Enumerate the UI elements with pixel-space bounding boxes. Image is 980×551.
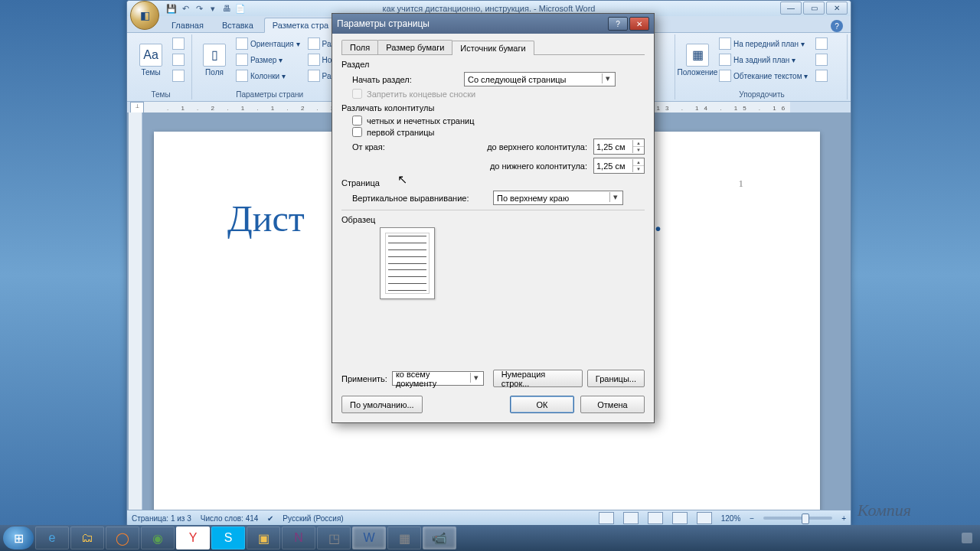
size-button[interactable]: Размер ▾ bbox=[234, 52, 302, 67]
suppress-endnotes-checkbox: Запретить концевые сноски bbox=[352, 89, 645, 99]
theme-fonts-icon[interactable] bbox=[170, 52, 187, 67]
spin-down-icon[interactable]: ▼ bbox=[633, 166, 644, 172]
task-camera-icon[interactable]: 📹 bbox=[423, 527, 456, 549]
tab-home[interactable]: Главная bbox=[164, 18, 211, 32]
tray-icon[interactable] bbox=[962, 533, 972, 543]
watermark: Компия bbox=[858, 500, 911, 520]
help-icon[interactable]: ? bbox=[831, 20, 843, 32]
status-language[interactable]: Русский (Россия) bbox=[283, 514, 343, 523]
preview-thumbnail bbox=[380, 227, 435, 299]
page-setup-dialog: Параметры страницы ? ✕ Поля Размер бумаг… bbox=[332, 13, 655, 423]
borders-button[interactable]: Границы... bbox=[587, 370, 645, 387]
task-app4-icon[interactable]: ▦ bbox=[387, 527, 421, 549]
dialog-help-button[interactable]: ? bbox=[608, 17, 628, 31]
preview-label: Образец bbox=[341, 215, 645, 224]
status-words[interactable]: Число слов: 414 bbox=[201, 514, 259, 523]
send-back-button[interactable]: На задний план ▾ bbox=[717, 52, 810, 67]
quick-access-toolbar: 💾 ↶ ↷ ▾ 🖶 📄 bbox=[165, 2, 247, 15]
text-wrap-button[interactable]: Обтекание текстом ▾ bbox=[717, 68, 810, 83]
themes-button[interactable]: AaТемы bbox=[135, 36, 167, 83]
view-web-icon[interactable] bbox=[648, 512, 663, 524]
undo-icon[interactable]: ↶ bbox=[179, 2, 191, 15]
view-reading-icon[interactable] bbox=[623, 512, 639, 524]
system-tray[interactable] bbox=[962, 533, 977, 543]
task-onenote-icon[interactable]: N bbox=[282, 527, 315, 549]
align-icon[interactable] bbox=[813, 36, 830, 51]
spin-up-icon[interactable]: ▲ bbox=[633, 140, 644, 147]
header-distance-spinner[interactable]: ▲▼ bbox=[593, 139, 645, 155]
position-button[interactable]: ▦Положение bbox=[681, 36, 714, 83]
task-word-icon[interactable]: W bbox=[352, 527, 386, 549]
tab-page-layout[interactable]: Разметка стра bbox=[264, 18, 337, 33]
tab-fields[interactable]: Поля bbox=[341, 40, 378, 54]
footer-distance-input[interactable] bbox=[594, 159, 632, 172]
vertical-ruler[interactable] bbox=[129, 112, 142, 510]
apply-to-select[interactable]: ко всему документу bbox=[392, 371, 484, 386]
qat-icon[interactable]: ▾ bbox=[207, 2, 219, 15]
task-app2-icon[interactable]: ▣ bbox=[247, 527, 280, 549]
doc-heading-left: Дист bbox=[227, 198, 305, 239]
tab-paper-size[interactable]: Размер бумаги bbox=[377, 40, 452, 54]
columns-button[interactable]: Колонки ▾ bbox=[234, 68, 302, 83]
tab-insert[interactable]: Вставка bbox=[214, 18, 261, 32]
margins-button[interactable]: ▯Поля bbox=[198, 36, 230, 83]
rotate-icon[interactable] bbox=[813, 68, 830, 83]
task-ie-icon[interactable]: e bbox=[35, 527, 69, 549]
minimize-button[interactable]: — bbox=[780, 2, 802, 15]
task-app3-icon[interactable]: ◳ bbox=[317, 527, 351, 549]
tab-paper-source[interactable]: Источник бумаги bbox=[452, 41, 534, 55]
task-skype-icon[interactable]: S bbox=[211, 527, 245, 549]
ok-button[interactable]: ОК bbox=[510, 396, 574, 413]
page-number: 1 bbox=[739, 178, 744, 190]
group-page-setup: ▯Поля Ориентация ▾ Размер ▾ Колонки ▾ Ра… bbox=[194, 34, 346, 99]
theme-effects-icon[interactable] bbox=[170, 68, 187, 83]
redo-icon[interactable]: ↷ bbox=[193, 2, 205, 15]
default-button[interactable]: По умолчанию... bbox=[341, 396, 423, 413]
maximize-button[interactable]: ▭ bbox=[803, 2, 825, 15]
task-app1-icon[interactable]: ◉ bbox=[141, 527, 175, 549]
zoom-out-icon[interactable]: − bbox=[750, 514, 754, 523]
dialog-titlebar[interactable]: Параметры страницы ? ✕ bbox=[332, 14, 654, 34]
theme-colors-icon[interactable] bbox=[170, 36, 187, 51]
spin-down-icon[interactable]: ▼ bbox=[633, 147, 644, 153]
start-section-select[interactable]: Со следующей страницы bbox=[464, 72, 616, 86]
section-label: Раздел bbox=[341, 60, 645, 69]
zoom-value[interactable]: 120% bbox=[721, 514, 741, 523]
task-yandex-icon[interactable]: Y bbox=[176, 527, 210, 549]
save-icon[interactable]: 💾 bbox=[165, 2, 178, 15]
start-button[interactable]: ⊞ bbox=[3, 527, 34, 549]
bring-front-button[interactable]: На передний план ▾ bbox=[717, 36, 810, 51]
page-section-label: Страница bbox=[341, 178, 645, 187]
task-media-icon[interactable]: ◯ bbox=[106, 527, 139, 549]
preview-icon[interactable]: 📄 bbox=[234, 2, 247, 15]
odd-even-checkbox[interactable]: четных и нечетных страниц bbox=[352, 116, 645, 126]
apply-to-label: Применить: bbox=[341, 374, 387, 383]
first-page-checkbox[interactable]: первой страницы bbox=[352, 127, 645, 137]
header-distance-input[interactable] bbox=[594, 140, 632, 153]
statusbar: Страница: 1 из 3 Число слов: 414 ✔ Русск… bbox=[127, 510, 851, 526]
valign-label: Вертикальное выравнивание: bbox=[352, 194, 488, 203]
spin-up-icon[interactable]: ▲ bbox=[633, 159, 644, 166]
task-explorer-icon[interactable]: 🗂 bbox=[70, 527, 104, 549]
dialog-close-button[interactable]: ✕ bbox=[629, 17, 649, 31]
valign-select[interactable]: По верхнему краю bbox=[493, 191, 623, 205]
zoom-in-icon[interactable]: + bbox=[841, 514, 846, 523]
cancel-button[interactable]: Отмена bbox=[580, 396, 645, 413]
print-icon[interactable]: 🖶 bbox=[220, 2, 233, 15]
taskbar: ⊞ e 🗂 ◯ ◉ Y S ▣ N ◳ W ▦ 📹 bbox=[0, 525, 980, 551]
view-outline-icon[interactable] bbox=[672, 512, 688, 524]
view-draft-icon[interactable] bbox=[697, 512, 712, 524]
line-numbers-button[interactable]: Нумерация строк... bbox=[493, 370, 583, 387]
zoom-slider[interactable] bbox=[763, 517, 832, 520]
view-print-icon[interactable] bbox=[599, 512, 614, 524]
close-button[interactable]: ✕ bbox=[826, 2, 848, 15]
to-footer-label: до нижнего колонтитула: bbox=[473, 161, 587, 171]
status-page[interactable]: Страница: 1 из 3 bbox=[132, 514, 191, 523]
headers-footers-label: Различать колонтитулы bbox=[341, 103, 645, 112]
group-themes: AaТемы Темы bbox=[130, 34, 192, 99]
group-icon[interactable] bbox=[813, 52, 830, 67]
office-button[interactable]: ◧ bbox=[130, 1, 159, 30]
proofing-icon[interactable]: ✔ bbox=[267, 514, 273, 523]
footer-distance-spinner[interactable]: ▲▼ bbox=[593, 158, 645, 174]
orientation-button[interactable]: Ориентация ▾ bbox=[234, 36, 302, 51]
